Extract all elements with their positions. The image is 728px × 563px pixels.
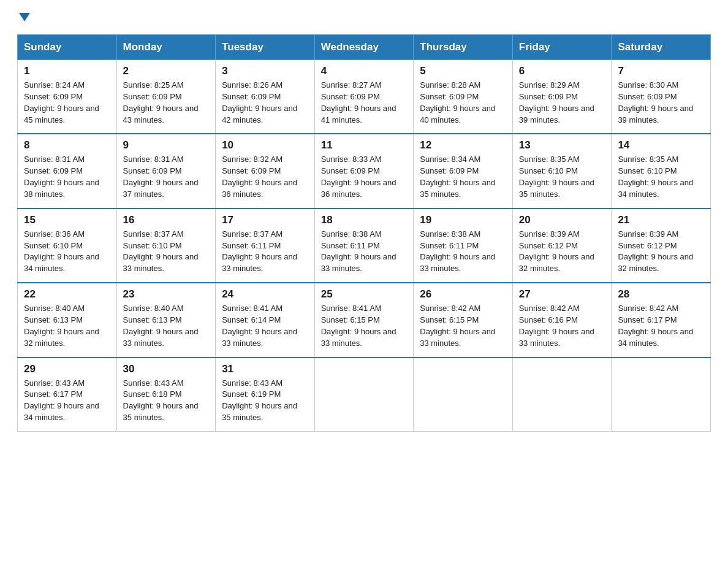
calendar-cell: 12 Sunrise: 8:34 AMSunset: 6:09 PMDaylig… — [414, 134, 513, 208]
calendar-cell: 15 Sunrise: 8:36 AMSunset: 6:10 PMDaylig… — [18, 209, 117, 283]
day-number: 31 — [222, 363, 308, 375]
day-info: Sunrise: 8:43 AMSunset: 6:18 PMDaylight:… — [123, 378, 199, 423]
day-info: Sunrise: 8:38 AMSunset: 6:11 PMDaylight:… — [420, 229, 495, 274]
day-info: Sunrise: 8:37 AMSunset: 6:11 PMDaylight:… — [222, 229, 297, 274]
day-info: Sunrise: 8:40 AMSunset: 6:13 PMDaylight:… — [24, 304, 99, 348]
day-info: Sunrise: 8:32 AMSunset: 6:09 PMDaylight:… — [222, 155, 297, 199]
calendar-cell: 23 Sunrise: 8:40 AMSunset: 6:13 PMDaylig… — [116, 283, 216, 357]
calendar-cell: 22 Sunrise: 8:40 AMSunset: 6:13 PMDaylig… — [18, 283, 117, 357]
calendar-week-2: 8 Sunrise: 8:31 AMSunset: 6:09 PMDayligh… — [18, 134, 711, 208]
day-info: Sunrise: 8:35 AMSunset: 6:10 PMDaylight:… — [618, 155, 693, 199]
day-number: 29 — [24, 363, 110, 375]
day-info: Sunrise: 8:26 AMSunset: 6:09 PMDaylight:… — [222, 80, 297, 124]
day-number: 12 — [420, 139, 506, 151]
day-number: 14 — [618, 139, 704, 151]
day-info: Sunrise: 8:39 AMSunset: 6:12 PMDaylight:… — [618, 229, 693, 274]
day-number: 13 — [519, 139, 605, 151]
day-number: 2 — [123, 65, 210, 77]
calendar-header: SundayMondayTuesdayWednesdayThursdayFrid… — [18, 35, 711, 60]
calendar-cell: 20 Sunrise: 8:39 AMSunset: 6:12 PMDaylig… — [512, 209, 612, 283]
day-number: 18 — [321, 214, 408, 226]
logo — [17, 15, 30, 23]
calendar-cell: 27 Sunrise: 8:42 AMSunset: 6:16 PMDaylig… — [512, 283, 612, 357]
header-cell-wednesday: Wednesday — [314, 35, 414, 60]
day-info: Sunrise: 8:41 AMSunset: 6:14 PMDaylight:… — [222, 304, 297, 348]
day-info: Sunrise: 8:25 AMSunset: 6:09 PMDaylight:… — [123, 80, 199, 124]
calendar-cell: 5 Sunrise: 8:28 AMSunset: 6:09 PMDayligh… — [414, 60, 513, 134]
calendar-cell: 18 Sunrise: 8:38 AMSunset: 6:11 PMDaylig… — [314, 209, 414, 283]
day-info: Sunrise: 8:33 AMSunset: 6:09 PMDaylight:… — [321, 155, 396, 199]
calendar-week-4: 22 Sunrise: 8:40 AMSunset: 6:13 PMDaylig… — [18, 283, 711, 357]
day-info: Sunrise: 8:34 AMSunset: 6:09 PMDaylight:… — [420, 155, 495, 199]
calendar-cell: 6 Sunrise: 8:29 AMSunset: 6:09 PMDayligh… — [512, 60, 612, 134]
day-info: Sunrise: 8:37 AMSunset: 6:10 PMDaylight:… — [123, 229, 199, 274]
calendar-cell: 30 Sunrise: 8:43 AMSunset: 6:18 PMDaylig… — [116, 358, 216, 432]
day-info: Sunrise: 8:43 AMSunset: 6:19 PMDaylight:… — [222, 378, 297, 423]
calendar-week-1: 1 Sunrise: 8:24 AMSunset: 6:09 PMDayligh… — [18, 60, 711, 134]
day-number: 1 — [24, 65, 110, 77]
calendar-cell: 19 Sunrise: 8:38 AMSunset: 6:11 PMDaylig… — [414, 209, 513, 283]
day-info: Sunrise: 8:30 AMSunset: 6:09 PMDaylight:… — [618, 80, 693, 124]
day-number: 6 — [519, 65, 605, 77]
calendar-cell: 2 Sunrise: 8:25 AMSunset: 6:09 PMDayligh… — [116, 60, 216, 134]
day-info: Sunrise: 8:40 AMSunset: 6:13 PMDaylight:… — [123, 304, 199, 348]
day-number: 15 — [24, 214, 110, 226]
header-row: SundayMondayTuesdayWednesdayThursdayFrid… — [18, 35, 711, 60]
day-number: 17 — [222, 214, 308, 226]
day-info: Sunrise: 8:35 AMSunset: 6:10 PMDaylight:… — [519, 155, 594, 199]
calendar-cell: 1 Sunrise: 8:24 AMSunset: 6:09 PMDayligh… — [18, 60, 117, 134]
calendar-week-5: 29 Sunrise: 8:43 AMSunset: 6:17 PMDaylig… — [18, 358, 711, 432]
calendar-cell: 28 Sunrise: 8:42 AMSunset: 6:17 PMDaylig… — [612, 283, 711, 357]
day-number: 11 — [321, 139, 408, 151]
calendar-cell: 11 Sunrise: 8:33 AMSunset: 6:09 PMDaylig… — [314, 134, 414, 208]
header-cell-saturday: Saturday — [612, 35, 711, 60]
header-cell-thursday: Thursday — [414, 35, 513, 60]
calendar-cell: 8 Sunrise: 8:31 AMSunset: 6:09 PMDayligh… — [18, 134, 117, 208]
day-number: 19 — [420, 214, 506, 226]
calendar-table: SundayMondayTuesdayWednesdayThursdayFrid… — [17, 34, 711, 432]
day-number: 10 — [222, 139, 308, 151]
calendar-cell — [314, 358, 414, 432]
calendar-cell: 24 Sunrise: 8:41 AMSunset: 6:14 PMDaylig… — [216, 283, 315, 357]
day-info: Sunrise: 8:43 AMSunset: 6:17 PMDaylight:… — [24, 378, 99, 423]
calendar-cell — [612, 358, 711, 432]
day-number: 25 — [321, 288, 408, 301]
calendar-cell: 26 Sunrise: 8:42 AMSunset: 6:15 PMDaylig… — [414, 283, 513, 357]
day-info: Sunrise: 8:27 AMSunset: 6:09 PMDaylight:… — [321, 80, 396, 124]
calendar-cell: 17 Sunrise: 8:37 AMSunset: 6:11 PMDaylig… — [216, 209, 315, 283]
calendar-cell: 10 Sunrise: 8:32 AMSunset: 6:09 PMDaylig… — [216, 134, 315, 208]
calendar-cell: 3 Sunrise: 8:26 AMSunset: 6:09 PMDayligh… — [216, 60, 315, 134]
day-info: Sunrise: 8:42 AMSunset: 6:15 PMDaylight:… — [420, 304, 495, 348]
day-number: 7 — [618, 65, 704, 77]
day-number: 4 — [321, 65, 408, 77]
calendar-cell — [512, 358, 612, 432]
day-number: 8 — [24, 139, 110, 151]
day-number: 24 — [222, 288, 308, 301]
day-number: 9 — [123, 139, 210, 151]
calendar-cell: 31 Sunrise: 8:43 AMSunset: 6:19 PMDaylig… — [216, 358, 315, 432]
day-number: 27 — [519, 288, 605, 301]
day-number: 3 — [222, 65, 308, 77]
calendar-cell: 7 Sunrise: 8:30 AMSunset: 6:09 PMDayligh… — [612, 60, 711, 134]
day-info: Sunrise: 8:42 AMSunset: 6:17 PMDaylight:… — [618, 304, 693, 348]
day-info: Sunrise: 8:36 AMSunset: 6:10 PMDaylight:… — [24, 229, 99, 274]
day-number: 28 — [618, 288, 704, 301]
day-info: Sunrise: 8:39 AMSunset: 6:12 PMDaylight:… — [519, 229, 594, 274]
day-number: 21 — [618, 214, 704, 226]
day-info: Sunrise: 8:38 AMSunset: 6:11 PMDaylight:… — [321, 229, 396, 274]
calendar-cell: 13 Sunrise: 8:35 AMSunset: 6:10 PMDaylig… — [512, 134, 612, 208]
header-cell-friday: Friday — [512, 35, 612, 60]
day-number: 5 — [420, 65, 506, 77]
day-number: 22 — [24, 288, 110, 301]
calendar-cell: 4 Sunrise: 8:27 AMSunset: 6:09 PMDayligh… — [314, 60, 414, 134]
page-header — [17, 15, 711, 23]
header-cell-monday: Monday — [116, 35, 216, 60]
calendar-cell — [414, 358, 513, 432]
calendar-cell: 14 Sunrise: 8:35 AMSunset: 6:10 PMDaylig… — [612, 134, 711, 208]
day-number: 30 — [123, 363, 210, 375]
day-info: Sunrise: 8:28 AMSunset: 6:09 PMDaylight:… — [420, 80, 495, 124]
calendar-cell: 16 Sunrise: 8:37 AMSunset: 6:10 PMDaylig… — [116, 209, 216, 283]
day-info: Sunrise: 8:31 AMSunset: 6:09 PMDaylight:… — [123, 155, 199, 199]
calendar-cell: 21 Sunrise: 8:39 AMSunset: 6:12 PMDaylig… — [612, 209, 711, 283]
calendar-cell: 25 Sunrise: 8:41 AMSunset: 6:15 PMDaylig… — [314, 283, 414, 357]
